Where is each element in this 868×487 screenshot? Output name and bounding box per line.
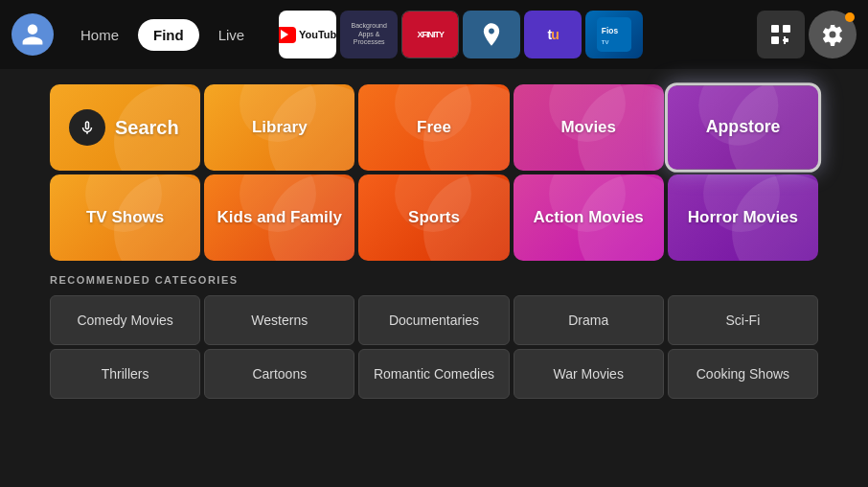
tile-search[interactable]: Search — [50, 84, 200, 171]
app-fios[interactable]: Fios TV — [585, 11, 643, 58]
user-avatar[interactable] — [11, 13, 54, 56]
tile-kids-family[interactable]: Kids and Family — [204, 174, 354, 261]
rec-comedy-movies[interactable]: Comedy Movies — [50, 295, 200, 345]
rec-cartoons[interactable]: Cartoons — [204, 349, 354, 399]
kids-tile-label: Kids and Family — [217, 208, 342, 227]
rec-drama[interactable]: Drama — [514, 295, 664, 345]
rec-cooking-shows[interactable]: Cooking Shows — [668, 349, 818, 399]
rec-thrillers[interactable]: Thrillers — [50, 349, 200, 399]
svg-text:TV: TV — [602, 39, 609, 45]
category-grid: Search Library Free Movies Appstore — [50, 84, 818, 261]
rec-sci-fi[interactable]: Sci-Fi — [668, 295, 818, 345]
tvshows-tile-label: TV Shows — [86, 208, 164, 227]
app-youtube[interactable]: YouTube — [279, 11, 336, 58]
svg-rect-3 — [771, 25, 779, 33]
horror-tile-label: Horror Movies — [688, 208, 798, 227]
recommended-grid: Comedy Movies Westerns Documentaries Dra… — [50, 295, 818, 399]
search-tile-label: Search — [115, 117, 179, 139]
nav-live[interactable]: Live — [203, 19, 261, 51]
tile-library[interactable]: Library — [204, 84, 354, 171]
tile-action-movies[interactable]: Action Movies — [514, 174, 664, 261]
grid-apps-button[interactable] — [757, 11, 805, 58]
rec-romantic-comedies[interactable]: Romantic Comedies — [358, 349, 509, 399]
nav-home[interactable]: Home — [65, 19, 134, 51]
mic-button[interactable] — [69, 109, 105, 146]
tile-free[interactable]: Free — [358, 84, 509, 171]
action-tile-label: Action Movies — [534, 208, 644, 227]
tile-appstore[interactable]: Appstore — [665, 82, 821, 173]
top-navigation: Home Find Live YouTube BackgroundApps &P… — [0, 0, 868, 69]
rec-war-movies[interactable]: War Movies — [514, 349, 664, 399]
nav-links: Home Find Live — [65, 19, 260, 51]
tile-sports[interactable]: Sports — [358, 174, 509, 261]
free-tile-label: Free — [417, 118, 451, 137]
tile-tvshows[interactable]: TV Shows — [50, 174, 200, 261]
app-background[interactable]: BackgroundApps &Processes — [340, 11, 398, 58]
sports-tile-label: Sports — [408, 208, 460, 227]
recommended-section: RECOMMENDED CATEGORIES Comedy Movies Wes… — [0, 261, 868, 399]
app-icons-bar: YouTube BackgroundApps &Processes XFINIT… — [279, 11, 857, 58]
settings-notification-dot — [845, 12, 855, 22]
tile-horror-movies[interactable]: Horror Movies — [668, 174, 818, 261]
settings-button[interactable] — [809, 11, 857, 58]
main-content: Search Library Free Movies Appstore — [0, 69, 868, 261]
app-amazon-store[interactable] — [463, 11, 520, 58]
appstore-tile-label: Appstore — [706, 118, 781, 138]
rec-westerns[interactable]: Westerns — [204, 295, 354, 345]
app-xfinity[interactable]: XFINITY — [401, 11, 459, 58]
movies-tile-label: Movies — [560, 118, 616, 137]
svg-rect-5 — [771, 36, 779, 44]
nav-find[interactable]: Find — [138, 19, 199, 51]
svg-rect-4 — [783, 25, 790, 33]
library-tile-label: Library — [252, 118, 308, 137]
tile-movies[interactable]: Movies — [514, 84, 664, 171]
recommended-title: RECOMMENDED CATEGORIES — [50, 274, 818, 286]
rec-documentaries[interactable]: Documentaries — [358, 295, 509, 345]
svg-text:Fios: Fios — [602, 26, 619, 35]
app-tubi[interactable]: tu — [524, 11, 582, 58]
